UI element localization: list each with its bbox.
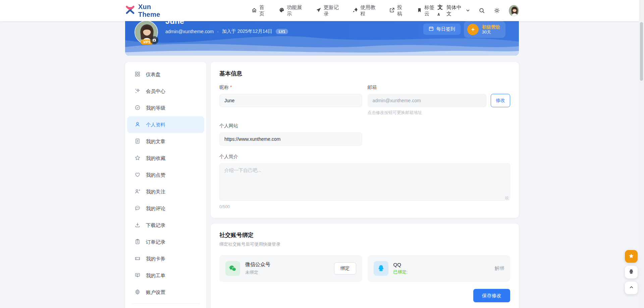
basic-info-card: 基本信息 昵称* 邮箱 修改 点击修改按钮可更换邮 — [211, 62, 519, 218]
back-to-top-button[interactable] — [625, 282, 638, 294]
xun-logo-icon — [125, 5, 135, 16]
translate-icon: 文A — [437, 4, 444, 17]
banner-email: admin@xuntheme.com — [165, 29, 214, 34]
check-circle-icon — [135, 105, 141, 112]
download-icon — [135, 222, 141, 229]
clipboard-icon — [135, 239, 141, 246]
basic-info-title: 基本信息 — [219, 70, 510, 77]
home-icon — [252, 7, 257, 14]
scrollbar-track[interactable] — [639, 0, 644, 308]
sidebar-item-account-settings[interactable]: 账户设置 — [127, 284, 204, 301]
navbar-avatar[interactable] — [509, 5, 519, 16]
checkin-label: 每日签到 — [436, 26, 455, 32]
required-mark: * — [230, 84, 232, 90]
website-field-group: 个人网站 — [219, 123, 362, 146]
sidebar-item-label: 我的点赞 — [146, 172, 165, 178]
theme-toggle-sun-icon[interactable] — [494, 7, 500, 14]
profile-sidebar: 仪表盘 会员中心 我的等级 个人资料 我的文章 我的收藏 — [125, 62, 206, 308]
sidebar-item-my-favorites[interactable]: 我的收藏 — [127, 150, 204, 167]
chevron-up-icon — [629, 285, 634, 291]
document-icon — [135, 138, 141, 145]
social-binding-title: 社交账号绑定 — [219, 231, 510, 239]
nav-item-submit[interactable]: 投稿 — [389, 4, 406, 17]
sidebar-divider — [132, 303, 200, 304]
brand-logo[interactable]: Xun Theme — [125, 3, 172, 18]
sidebar-item-my-level[interactable]: 我的等级 — [127, 100, 204, 116]
nickname-input[interactable] — [219, 94, 362, 107]
sidebar-item-my-follows[interactable]: 我的关注 — [127, 183, 204, 200]
wechat-status: 未绑定 — [245, 269, 334, 275]
nav-item-home[interactable]: 首页 — [252, 4, 268, 17]
qq-unbind-link[interactable]: 解绑 — [495, 265, 504, 271]
calendar-icon — [429, 26, 434, 32]
share-icon — [389, 7, 395, 14]
nav-label: 功能展示 — [287, 4, 305, 17]
nav-label: 标签云 — [424, 4, 437, 17]
scrollbar-thumb[interactable] — [640, 22, 643, 81]
sidebar-item-member-center[interactable]: 会员中心 — [127, 83, 204, 100]
wechat-bind-button[interactable]: 绑定 — [334, 262, 356, 274]
textarea-resize-handle[interactable] — [505, 196, 508, 200]
wechat-name: 微信公众号 — [245, 261, 334, 268]
sidebar-item-label: 我的等级 — [146, 105, 165, 111]
sidebar-item-dashboard[interactable]: 仪表盘 — [127, 66, 204, 83]
main-nav: 首页 功能展示 更新记录 使用教程 — [252, 4, 437, 17]
save-changes-button[interactable]: 保存修改 — [473, 289, 510, 302]
sidebar-item-label: 账户设置 — [146, 289, 165, 296]
sidebar-item-label: 我的文章 — [146, 138, 165, 145]
sidebar-item-label: 我的收藏 — [146, 155, 165, 162]
social-binding-subtitle: 绑定社交账号后可使用快捷登录 — [219, 241, 510, 247]
sponsor-duration: 30天 — [482, 30, 500, 35]
qq-status: 已绑定: — [393, 269, 495, 275]
nav-item-features[interactable]: 功能展示 — [279, 4, 305, 17]
change-avatar-button[interactable] — [150, 36, 158, 44]
qq-binding-row: QQ 已绑定: 解绑 — [368, 255, 511, 282]
nav-item-changelog[interactable]: 更新记录 — [316, 4, 341, 17]
sidebar-item-my-coupons[interactable]: 我的卡券 — [127, 250, 204, 267]
website-input[interactable] — [219, 132, 362, 146]
floating-actions — [625, 250, 638, 294]
comment-icon — [135, 205, 141, 212]
nav-item-tags[interactable]: 标签云 — [417, 4, 437, 17]
brand-name: Xun Theme — [138, 3, 172, 18]
sidebar-item-my-likes[interactable]: 我的点赞 — [127, 167, 204, 183]
meta-separator: · — [217, 29, 219, 34]
qq-contact-float-button[interactable] — [625, 266, 638, 279]
modify-email-button[interactable]: 修改 — [491, 94, 510, 107]
sidebar-item-my-articles[interactable]: 我的文章 — [127, 133, 204, 150]
sidebar-item-label: 我的工单 — [146, 272, 165, 279]
nav-item-tutorial[interactable]: 使用教程 — [353, 4, 378, 17]
sidebar-item-label: 我的关注 — [146, 189, 165, 195]
nav-label: 使用教程 — [360, 4, 378, 17]
bio-textarea[interactable] — [219, 163, 510, 201]
nav-label: 更新记录 — [324, 4, 341, 17]
sidebar-item-label: 我的卡券 — [146, 256, 165, 262]
sidebar-item-label: 会员中心 — [146, 88, 165, 95]
language-selector[interactable]: 文A 简体中文 — [437, 4, 470, 17]
user-plus-icon — [135, 188, 141, 195]
sponsor-title: 初级赞助 — [482, 24, 500, 30]
bio-char-counter: 0/500 — [219, 204, 510, 209]
search-icon[interactable] — [479, 7, 485, 14]
nav-label: 投稿 — [397, 4, 406, 17]
sidebar-item-my-comments[interactable]: 我的评论 — [127, 200, 204, 217]
nickname-field-group: 昵称* — [219, 84, 362, 116]
sidebar-item-profile[interactable]: 个人资料 — [127, 116, 204, 133]
sidebar-item-label: 个人资料 — [146, 122, 165, 128]
sponsor-card[interactable]: 初级赞助 30天 — [464, 21, 505, 38]
bio-label: 个人简介 — [219, 154, 510, 160]
social-binding-card: 社交账号绑定 绑定社交账号后可使用快捷登录 微信公众号 未绑定 绑定 — [211, 224, 519, 308]
sidebar-item-download-history[interactable]: 下载记录 — [127, 217, 204, 234]
ticket-icon — [135, 255, 141, 262]
daily-checkin-button[interactable]: 每日签到 — [423, 23, 461, 35]
banner-avatar: VIP1 — [135, 20, 158, 44]
wechat-binding-row: 微信公众号 未绑定 绑定 — [219, 255, 362, 282]
sidebar-item-order-history[interactable]: 订单记录 — [127, 234, 204, 250]
level-badge: LV1 — [276, 29, 288, 34]
top-navbar: Xun Theme 首页 功能展示 更新记录 — [0, 0, 644, 21]
sidebar-item-my-tickets[interactable]: 我的工单 — [127, 267, 204, 284]
favorite-float-button[interactable] — [625, 250, 638, 263]
qq-icon — [374, 261, 388, 276]
dashboard-grid-icon — [135, 71, 141, 78]
sidebar-item-label: 订单记录 — [146, 239, 165, 245]
